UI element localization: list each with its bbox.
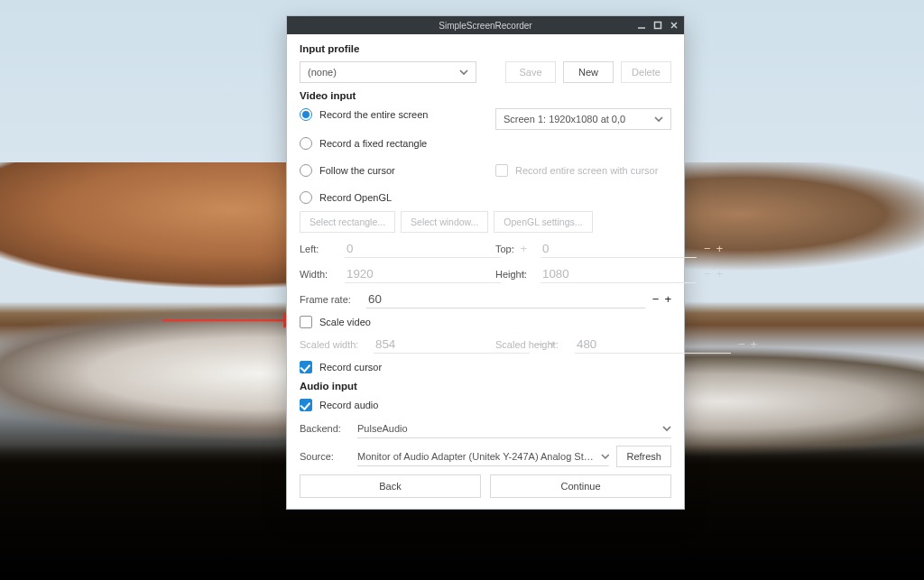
close-button[interactable] xyxy=(668,19,680,32)
width-input[interactable] xyxy=(345,265,501,283)
select-rectangle-button[interactable]: Select rectangle... xyxy=(300,211,395,233)
refresh-button[interactable]: Refresh xyxy=(616,446,671,467)
label-scale-video: Scale video xyxy=(319,317,371,327)
select-window-button[interactable]: Select window... xyxy=(401,211,488,233)
window-title: SimpleScreenRecorder xyxy=(439,21,531,31)
input-profile-value: (none) xyxy=(308,67,337,78)
top-label: Top: xyxy=(495,244,533,254)
label-record-cursor: Record cursor xyxy=(319,362,382,373)
minus-icon: − xyxy=(704,268,711,281)
radio-record-entire-screen[interactable] xyxy=(300,108,312,121)
plus-icon: + xyxy=(664,293,671,306)
minus-icon: − xyxy=(704,243,711,255)
left-input[interactable] xyxy=(345,240,501,258)
label-record-entire-screen: Record the entire screen xyxy=(319,109,428,120)
checkbox-entire-with-cursor[interactable] xyxy=(495,164,508,177)
screen-select-value: Screen 1: 1920x1080 at 0,0 xyxy=(504,114,625,124)
scaled-height-input[interactable] xyxy=(575,336,731,354)
checkbox-record-audio[interactable] xyxy=(300,399,312,411)
audio-input-heading: Audio input xyxy=(300,381,671,391)
titlebar[interactable]: SimpleScreenRecorder xyxy=(287,16,684,34)
minus-icon: − xyxy=(738,338,745,351)
chevron-down-icon xyxy=(662,424,671,433)
app-window: SimpleScreenRecorder Input profile (none… xyxy=(286,15,685,510)
plus-icon: + xyxy=(716,243,724,255)
frame-rate-stepper[interactable]: −+ xyxy=(652,293,671,306)
label-record-fixed-rectangle: Record a fixed rectangle xyxy=(319,138,427,149)
label-entire-with-cursor: Record entire screen with cursor xyxy=(515,165,658,176)
plus-icon: + xyxy=(751,338,758,351)
label-follow-cursor: Follow the cursor xyxy=(319,165,395,176)
source-dropdown[interactable]: Monitor of Audio Adapter (Unitek Y-247A)… xyxy=(357,447,609,466)
scaled-width-label: Scaled width: xyxy=(300,339,366,350)
height-stepper[interactable]: −+ xyxy=(704,268,723,281)
input-profile-dropdown[interactable]: (none) xyxy=(300,61,476,83)
maximize-button[interactable] xyxy=(651,19,664,32)
radio-record-opengl[interactable] xyxy=(300,191,312,204)
profile-save-button[interactable]: Save xyxy=(505,61,556,83)
opengl-settings-button[interactable]: OpenGL settings... xyxy=(494,211,592,233)
top-input[interactable] xyxy=(541,240,697,258)
scaled-height-stepper[interactable]: −+ xyxy=(738,338,757,351)
input-profile-heading: Input profile xyxy=(300,43,671,54)
height-input[interactable] xyxy=(541,265,697,283)
chevron-down-icon xyxy=(654,115,663,124)
desktop-background: SimpleScreenRecorder Input profile (none… xyxy=(0,0,924,580)
profile-delete-button[interactable]: Delete xyxy=(621,61,671,83)
checkbox-scale-video[interactable] xyxy=(300,316,312,328)
width-label: Width: xyxy=(300,269,337,280)
height-label: Height: xyxy=(495,269,533,280)
source-value: Monitor of Audio Adapter (Unitek Y-247A)… xyxy=(357,451,596,462)
plus-icon: + xyxy=(716,268,724,281)
backend-dropdown[interactable]: PulseAudio xyxy=(357,419,671,438)
minimize-button[interactable] xyxy=(635,19,648,32)
scaled-height-label: Scaled height: xyxy=(495,339,568,350)
radio-record-fixed-rectangle[interactable] xyxy=(300,137,312,150)
profile-new-button[interactable]: New xyxy=(563,61,614,83)
chevron-down-icon xyxy=(601,452,610,461)
frame-rate-label: Frame rate: xyxy=(300,294,359,305)
backend-value: PulseAudio xyxy=(357,423,408,434)
backend-label: Backend: xyxy=(300,423,350,434)
svg-rect-1 xyxy=(655,23,661,29)
continue-button[interactable]: Continue xyxy=(490,474,671,498)
left-label: Left: xyxy=(300,244,337,254)
top-stepper[interactable]: −+ xyxy=(704,243,723,255)
chevron-down-icon xyxy=(459,68,468,77)
label-record-opengl: Record OpenGL xyxy=(319,192,392,203)
back-button[interactable]: Back xyxy=(300,474,481,498)
frame-rate-input[interactable] xyxy=(366,290,645,308)
checkbox-record-cursor[interactable] xyxy=(300,361,312,373)
source-label: Source: xyxy=(300,451,350,462)
video-input-heading: Video input xyxy=(300,90,671,101)
screen-select-dropdown[interactable]: Screen 1: 1920x1080 at 0,0 xyxy=(495,108,671,130)
radio-follow-cursor[interactable] xyxy=(300,164,312,177)
minus-icon: − xyxy=(652,293,660,306)
label-record-audio: Record audio xyxy=(319,400,378,410)
